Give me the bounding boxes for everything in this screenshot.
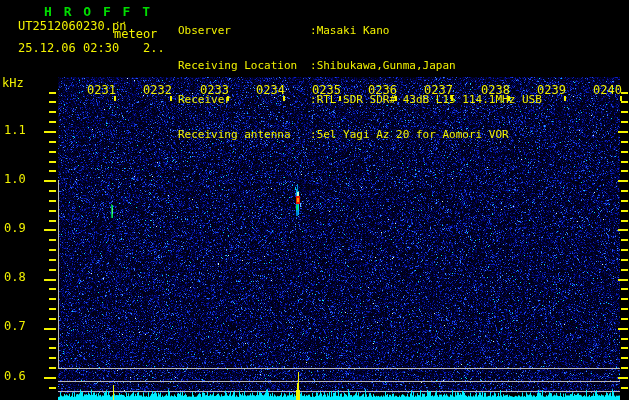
filename-clipped-chars: .. [115, 16, 128, 25]
info-separator: : [310, 59, 317, 72]
app-title: H R O F F T [44, 5, 152, 18]
info-row-location: Receiving Location:Shibukawa,Gunma,Japan [178, 60, 542, 73]
time-label-0240: 0240 [593, 84, 622, 96]
datetime-text: 25.12.06 02:30 [18, 42, 119, 54]
time-label-0232: 0232 [143, 84, 172, 96]
datetime-suffix: 2.. [143, 42, 165, 54]
info-label: Receiving Location [178, 60, 310, 73]
freq-label-0-9: 0.9 [4, 222, 26, 234]
freq-label-0-6: 0.6 [4, 370, 26, 382]
filename-text: UT2512060230.pn [18, 20, 126, 32]
freq-label-0-7: 0.7 [4, 320, 26, 332]
info-row-antenna: Receiving antenna:5el Yagi Az 20 for Aom… [178, 129, 542, 142]
time-label-0238: 0238 [481, 84, 510, 96]
time-label-0239: 0239 [537, 84, 566, 96]
time-label-0237: 0237 [424, 84, 453, 96]
info-label: Observer [178, 25, 310, 38]
info-label: Receiver [178, 94, 310, 107]
freq-axis-unit-label: kHz [2, 77, 24, 89]
time-label-0236: 0236 [368, 84, 397, 96]
info-value: 5el Yagi Az 20 for Aomori VOR [317, 128, 509, 141]
info-value: Masaki Kano [317, 24, 390, 37]
info-separator: : [310, 24, 317, 37]
time-label-0231: 0231 [87, 84, 116, 96]
freq-label-1-1: 1.1 [4, 124, 26, 136]
freq-label-1-0: 1.0 [4, 173, 26, 185]
meteor-mode-label: meteor [114, 28, 157, 40]
time-label-0235: 0235 [312, 84, 341, 96]
hrofft-window: H R O F F T UT2512060230.pn .. meteor 25… [0, 0, 629, 400]
freq-label-0-8: 0.8 [4, 271, 26, 283]
info-label: Receiving antenna [178, 129, 310, 142]
info-separator: : [310, 128, 317, 141]
info-value: Shibukawa,Gunma,Japan [317, 59, 456, 72]
info-row-observer: Observer:Masaki Kano [178, 25, 542, 38]
time-label-0234: 0234 [256, 84, 285, 96]
time-label-0233: 0233 [200, 84, 229, 96]
